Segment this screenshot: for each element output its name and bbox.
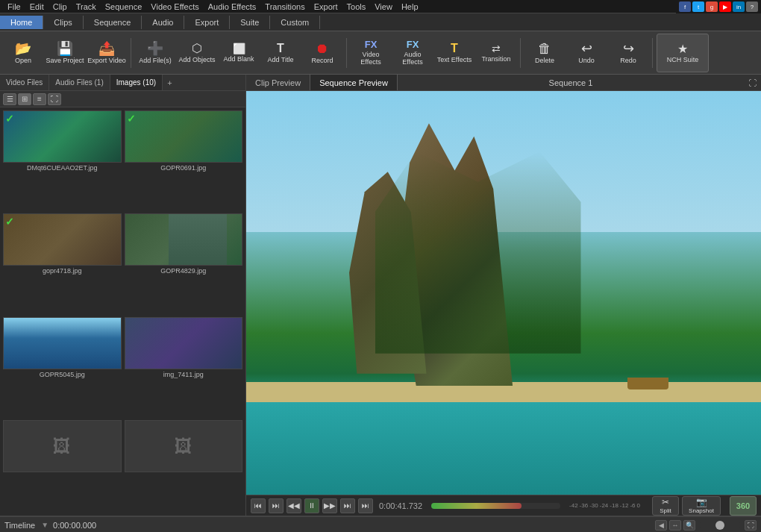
tab-suite[interactable]: Suite: [230, 16, 270, 29]
timeline-zoom-slider[interactable]: [698, 522, 742, 528]
add-blank-button[interactable]: ⬜ Add Blank: [219, 34, 259, 72]
video-preview: [246, 91, 761, 495]
list-item[interactable]: GOPR4829.jpg: [125, 213, 243, 313]
menu-clip[interactable]: Clip: [48, 2, 72, 11]
file-tool-details[interactable]: ≡: [33, 93, 46, 105]
timeline-area: Timeline ▼ 0:00:00.000 ◀ ↔ 🔍 ⛶ 0 0:01:00…: [0, 516, 761, 532]
menu-transitions[interactable]: Transitions: [260, 2, 309, 11]
social-li[interactable]: in: [733, 1, 745, 12]
timeline-fit[interactable]: ↔: [669, 520, 681, 531]
social-yt[interactable]: ▶: [719, 1, 731, 12]
timeline-zoom-out[interactable]: ◀: [655, 520, 667, 531]
audio-effects-button[interactable]: FX Audio Effects: [392, 34, 433, 72]
media-filename: gopr4718.jpg: [43, 267, 82, 275]
tab-bar: Home Clips Sequence Audio Export Suite C…: [0, 13, 761, 31]
menu-tools[interactable]: Tools: [342, 2, 371, 11]
transition-button[interactable]: ⇄ Transition: [476, 34, 516, 72]
images-tab[interactable]: Images (10): [110, 75, 163, 90]
toolbar-sep-4: [652, 38, 653, 68]
vol-label: -12: [620, 502, 629, 509]
menu-audio-effects[interactable]: Audio Effects: [204, 2, 261, 11]
transport-bar: ⏮ ⏭ ◀◀ ⏸ ▶▶ ⏭ ⏭ 0:00:41.732 -42 -36 -30 …: [246, 495, 761, 516]
audio-files-tab[interactable]: Audio Files (1): [49, 75, 110, 90]
add-title-button[interactable]: T Add Title: [260, 34, 301, 72]
menu-help[interactable]: Help: [397, 2, 423, 11]
timeline-expand[interactable]: ⛶: [745, 520, 757, 531]
menu-export[interactable]: Export: [310, 2, 342, 11]
audio-effects-label: Audio Effects: [393, 51, 432, 66]
go-to-end-button[interactable]: ⏭: [358, 498, 373, 513]
add-tab-button[interactable]: +: [163, 77, 176, 89]
tab-custom[interactable]: Custom: [270, 16, 320, 29]
tab-clips[interactable]: Clips: [43, 16, 83, 29]
list-item[interactable]: ✓ DMqt6CUEAAO2ET.jpg: [3, 110, 122, 210]
prev-frame-button[interactable]: ⏭: [269, 498, 284, 513]
tab-audio[interactable]: Audio: [142, 16, 184, 29]
snapshot-label: Snapshot: [689, 507, 714, 514]
list-item[interactable]: 🖼: [3, 420, 122, 513]
toolbar-sep-1: [131, 38, 131, 68]
save-project-button[interactable]: 💾 Save Project: [45, 34, 85, 72]
social-help[interactable]: ?: [746, 1, 758, 12]
menu-edit[interactable]: Edit: [25, 2, 48, 11]
file-tool-expand[interactable]: ⛶: [48, 93, 61, 105]
record-button[interactable]: ⏺ Record: [302, 34, 342, 72]
list-item[interactable]: img_7411.jpg: [125, 317, 243, 417]
undo-button[interactable]: ↩ Undo: [566, 34, 607, 72]
toolbar-sep-2: [346, 38, 347, 68]
list-item[interactable]: 🖼: [125, 420, 243, 513]
menu-sequence[interactable]: Sequence: [101, 2, 147, 11]
transition-label: Transition: [481, 55, 510, 63]
social-tw[interactable]: t: [692, 1, 704, 12]
video-effects-label: Video Effects: [351, 51, 390, 66]
vol-label: -30: [589, 502, 598, 509]
media-thumbnail: ✓: [125, 110, 243, 163]
open-button[interactable]: 📂 Open: [3, 34, 43, 72]
menu-file[interactable]: File: [3, 2, 25, 11]
tab-export[interactable]: Export: [184, 16, 230, 29]
menu-view[interactable]: View: [370, 2, 397, 11]
preview-expand-button[interactable]: ⛶: [744, 77, 761, 89]
list-item[interactable]: ✓ gopr4718.jpg: [3, 213, 122, 313]
right-panel: Clip Preview Sequence Preview Sequence 1…: [246, 75, 761, 516]
video-effects-button[interactable]: FX Video Effects: [351, 34, 391, 72]
timeline-time-display: 0:00:00.000: [53, 521, 96, 530]
next-frame-button[interactable]: ⏭: [340, 498, 355, 513]
tab-sequence[interactable]: Sequence: [84, 16, 143, 29]
file-tool-list[interactable]: ☰: [3, 93, 16, 105]
file-toolbar: ☰ ⊞ ≡ ⛶: [0, 91, 245, 107]
social-fb[interactable]: f: [679, 1, 691, 12]
go-to-start-button[interactable]: ⏮: [251, 498, 266, 513]
snapshot-button[interactable]: 📷 Snapshot: [682, 496, 721, 516]
list-item[interactable]: ✓ GOPR0691.jpg: [125, 110, 243, 210]
menu-video-effects[interactable]: Video Effects: [146, 2, 203, 11]
360-button[interactable]: 360: [730, 496, 757, 516]
text-effects-button[interactable]: T Text Effects: [434, 34, 475, 72]
sequence-preview-tab[interactable]: Sequence Preview: [310, 75, 398, 90]
media-check-icon: ✓: [5, 216, 14, 228]
social-gp[interactable]: g: [706, 1, 718, 12]
volume-bar[interactable]: [431, 503, 560, 509]
vol-label: 0: [637, 502, 640, 509]
split-button[interactable]: ✂ Split: [652, 496, 679, 516]
tab-home[interactable]: Home: [0, 16, 43, 29]
toolbar-sep-3: [520, 38, 521, 68]
menu-bar: File Edit Clip Track Sequence Video Effe…: [0, 0, 761, 13]
clip-preview-tab[interactable]: Clip Preview: [246, 75, 310, 90]
export-video-button[interactable]: 📤 Export Video: [87, 34, 127, 72]
vol-label: -36: [580, 502, 589, 509]
nch-suite-button[interactable]: ★ NCH Suite: [657, 34, 709, 72]
menu-track[interactable]: Track: [72, 2, 101, 11]
add-objects-button[interactable]: ⬡ Add Objects: [177, 34, 217, 72]
add-files-button[interactable]: ➕ Add File(s): [135, 34, 175, 72]
redo-button[interactable]: ↪ Redo: [608, 34, 648, 72]
rewind-button[interactable]: ◀◀: [286, 498, 301, 513]
undo-label: Undo: [578, 57, 595, 64]
list-item[interactable]: GOPR5045.jpg: [3, 317, 122, 417]
video-files-tab[interactable]: Video Files: [0, 75, 49, 90]
file-tool-grid[interactable]: ⊞: [18, 93, 31, 105]
timeline-zoom-in[interactable]: 🔍: [683, 520, 695, 531]
delete-button[interactable]: 🗑 Delete: [524, 34, 565, 72]
pause-button[interactable]: ⏸: [304, 498, 319, 513]
forward-button[interactable]: ▶▶: [322, 498, 337, 513]
